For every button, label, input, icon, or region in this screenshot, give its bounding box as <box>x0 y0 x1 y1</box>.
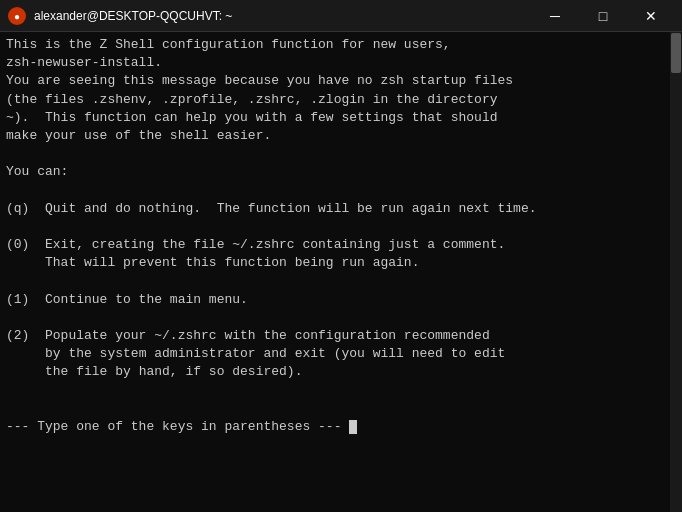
title-bar: ● alexander@DESKTOP-QQCUHVT: ~ ─ □ ✕ <box>0 0 682 32</box>
minimize-button[interactable]: ─ <box>532 0 578 32</box>
terminal-content: This is the Z Shell configuration functi… <box>6 36 676 436</box>
window-icon: ● <box>8 7 26 25</box>
close-button[interactable]: ✕ <box>628 0 674 32</box>
scrollbar-thumb[interactable] <box>671 33 681 73</box>
window-title: alexander@DESKTOP-QQCUHVT: ~ <box>34 9 532 23</box>
maximize-button[interactable]: □ <box>580 0 626 32</box>
terminal-body[interactable]: This is the Z Shell configuration functi… <box>0 32 682 512</box>
window-controls: ─ □ ✕ <box>532 0 674 32</box>
terminal-cursor <box>349 420 357 434</box>
terminal-window: ● alexander@DESKTOP-QQCUHVT: ~ ─ □ ✕ Thi… <box>0 0 682 512</box>
scrollbar[interactable] <box>670 32 682 512</box>
svg-text:●: ● <box>14 11 20 22</box>
